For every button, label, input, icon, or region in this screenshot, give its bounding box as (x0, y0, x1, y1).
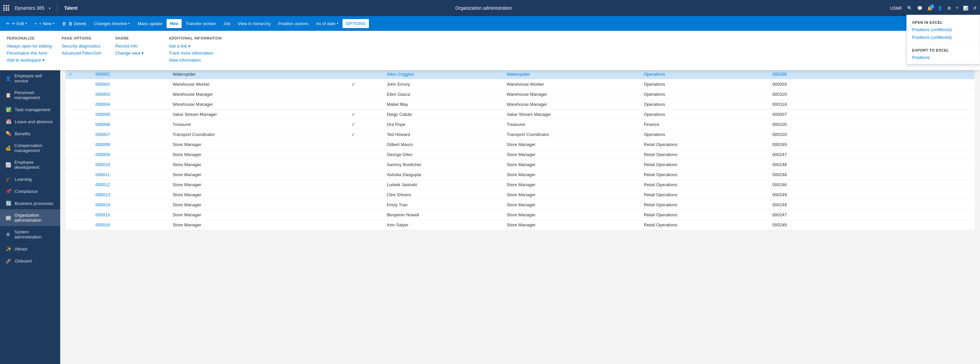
table-row[interactable]: 000007Transport Coordinator✓Ted HowardTr… (65, 129, 975, 140)
table-row[interactable]: 000012Store ManagerLudwik JasinskiStore … (65, 180, 975, 190)
reports-to-position[interactable]: 000248 (769, 160, 880, 170)
department-name[interactable]: Retail Operations (641, 200, 769, 210)
table-row[interactable]: 000009Store ManagerGeorge GilesStore Man… (65, 150, 975, 160)
worker-name[interactable]: Diego Cabán (383, 110, 503, 120)
job-name[interactable]: Transport Coordinator (503, 129, 641, 140)
worker-name[interactable]: Sammy Boettcher (383, 160, 503, 170)
department-name[interactable]: Retail Operations (641, 150, 769, 160)
position-id[interactable]: 000002 (92, 79, 169, 89)
worker-name[interactable]: Benjamin Nowell (383, 210, 503, 220)
job-name[interactable]: Warehouse Worker (503, 79, 641, 89)
job-name[interactable]: Warehouse Manager (503, 89, 641, 99)
security-diagnostics-link[interactable]: Security diagnostics (62, 43, 105, 49)
edit-button[interactable]: ✏ ✏ Edit ▾ (3, 19, 30, 28)
reports-to-position[interactable]: 000249 (769, 140, 880, 150)
reports-to-position[interactable]: 000318 (769, 99, 880, 110)
job-name[interactable]: Store Manager (503, 140, 641, 150)
search-icon[interactable]: 🔍 (907, 6, 912, 11)
get-link-link[interactable]: Get a link ▾ (169, 43, 221, 49)
reports-to-position[interactable]: 000249 (769, 190, 880, 200)
changes-timeline-button[interactable]: Changes timeline ▾ (90, 19, 134, 28)
table-row[interactable]: 000010Store ManagerSammy BoettcherStore … (65, 160, 975, 170)
sidebar-item-benefits[interactable]: 💊 Benefits (0, 128, 60, 140)
transfer-worker-button[interactable]: Transfer worker (182, 19, 220, 28)
worker-name[interactable]: Kristy Tran (383, 200, 503, 210)
table-row[interactable]: 000014Store ManagerKristy TranStore Mana… (65, 200, 975, 210)
position-id[interactable]: 000008 (92, 140, 169, 150)
department-name[interactable]: Retail Operations (641, 160, 769, 170)
view-information-link[interactable]: View information (169, 57, 221, 62)
row-checkbox[interactable] (65, 79, 92, 89)
notification-icon[interactable]: 🔔 0 (927, 6, 932, 11)
job-name[interactable]: Warehouse Manager (503, 99, 641, 110)
row-checkbox[interactable] (65, 160, 92, 170)
sidebar-item-business-processes[interactable]: 🔄 Business processes (0, 197, 60, 209)
worker-name[interactable]: Ludwik Jasinski (383, 180, 503, 190)
sidebar-item-attract[interactable]: ✨ Attract (0, 243, 60, 255)
table-row[interactable]: 000006Treasurer✓Ora PopeTreasurerFinance… (65, 120, 975, 129)
reports-to-position[interactable]: 000105 (769, 120, 880, 129)
record-info-link[interactable]: Record info (115, 43, 159, 49)
position-id[interactable]: 000005 (92, 110, 169, 120)
worker-name[interactable]: John Emory (383, 79, 503, 89)
row-checkbox[interactable] (65, 200, 92, 210)
reports-to-position[interactable]: 000247 (769, 150, 880, 160)
job-name[interactable]: Store Manager (503, 210, 641, 220)
row-checkbox[interactable] (65, 99, 92, 110)
department-name[interactable]: Retail Operations (641, 140, 769, 150)
position-id[interactable]: 000011 (92, 170, 169, 180)
department-name[interactable]: Operations (641, 89, 769, 99)
worker-name[interactable]: Clint Shivers (383, 190, 503, 200)
department-name[interactable]: Retail Operations (641, 170, 769, 180)
row-checkbox[interactable] (65, 210, 92, 220)
worker-name[interactable]: Ashoka Dasgupta (383, 170, 503, 180)
options-button[interactable]: OPTIONS (342, 19, 369, 28)
position-id[interactable]: 000007 (92, 129, 169, 140)
sidebar-item-task-management[interactable]: ✅ Task management (0, 104, 60, 115)
table-row[interactable]: 000013Store ManagerClint ShiversStore Ma… (65, 190, 975, 200)
dynamics-chevron-icon[interactable]: ▾ (49, 6, 51, 10)
worker-name[interactable]: Ted Howard (383, 129, 503, 140)
job-name[interactable]: Store Manager (503, 170, 641, 180)
reports-to-position[interactable]: 000320 (769, 129, 880, 140)
sidebar-item-leave-absence[interactable]: 📅 Leave and absence (0, 115, 60, 128)
excel-icon[interactable]: 📊 (963, 6, 968, 11)
reports-to-position[interactable]: 000320 (769, 89, 880, 99)
sidebar-item-compliance[interactable]: 📌 Compliance (0, 185, 60, 197)
job-name[interactable]: Store Manager (503, 150, 641, 160)
chat-icon[interactable]: 💬 (917, 6, 923, 11)
job-name[interactable]: Store Manager (503, 190, 641, 200)
row-checkbox[interactable] (65, 180, 92, 190)
department-name[interactable]: Operations (641, 79, 769, 89)
personalize-form-link[interactable]: Personalize this form (7, 51, 51, 56)
advanced-filter-link[interactable]: Advanced Filter/Sort (62, 51, 105, 56)
table-row[interactable]: 000016Store ManagerIrvin SalyerStore Man… (65, 220, 975, 230)
position-id[interactable]: 000004 (92, 99, 169, 110)
reports-to-position[interactable]: 000246 (769, 180, 880, 190)
worker-name[interactable]: Irvin Salyer (383, 220, 503, 230)
row-checkbox[interactable] (65, 190, 92, 200)
position-id[interactable]: 000010 (92, 160, 169, 170)
person-icon[interactable]: 👤 (937, 6, 943, 11)
question-icon[interactable]: ? (956, 6, 958, 11)
table-row[interactable]: 000002Warehouse Worker✓John EmoryWarehou… (65, 79, 975, 89)
row-checkbox[interactable] (65, 150, 92, 160)
department-name[interactable]: Finance (641, 120, 769, 129)
delete-button[interactable]: 🗑 🗑 Delete (59, 19, 90, 28)
row-checkbox[interactable] (65, 120, 92, 129)
sidebar-item-learning[interactable]: 🎓 Learning (0, 173, 60, 185)
settings-icon[interactable]: ⚙ (947, 6, 951, 11)
change-view-link[interactable]: Change view ▾ (115, 51, 159, 56)
position-id[interactable]: 000003 (92, 89, 169, 99)
worker-name[interactable]: Alton Coggins (383, 69, 503, 79)
reports-to-position[interactable]: 000248 (769, 170, 880, 180)
new-button[interactable]: + + New ▾ (31, 19, 58, 28)
department-name[interactable]: Retail Operations (641, 190, 769, 200)
as-of-date-button[interactable]: As of date ▾ (313, 19, 342, 28)
positions-export-link[interactable]: Positions (907, 54, 980, 61)
job-name[interactable]: Store Manager (503, 180, 641, 190)
sidebar-item-employee-development[interactable]: 📈 Employee development (0, 156, 60, 173)
worker-name[interactable]: George Giles (383, 150, 503, 160)
app-switcher-button[interactable] (3, 5, 10, 11)
sidebar-item-onboard[interactable]: 🚀 Onboard (0, 255, 60, 267)
